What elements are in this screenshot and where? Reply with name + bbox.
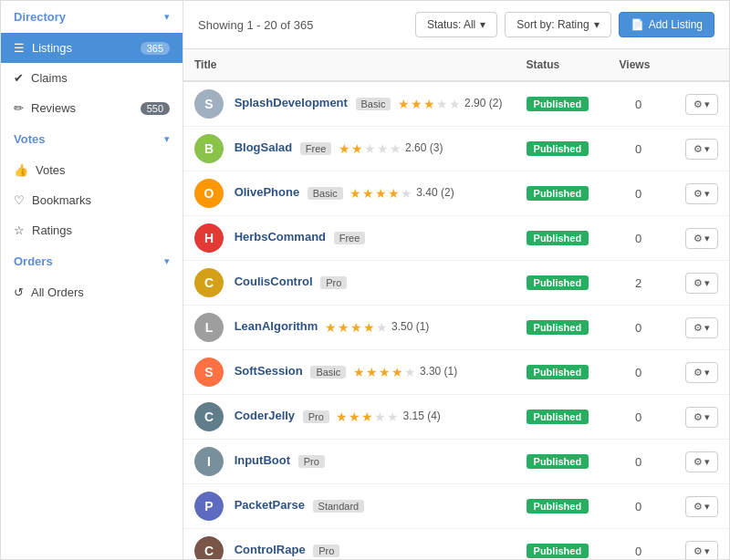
listing-action-button[interactable]: ⚙ ▾ bbox=[685, 541, 718, 560]
listing-name[interactable]: CoulisControl bbox=[235, 275, 313, 288]
star-half-icon: ★ bbox=[388, 186, 400, 201]
listing-name[interactable]: CoderJelly bbox=[235, 409, 295, 422]
listing-title-cell: B BlogSalad Free ★★★★★2.60 (3) bbox=[183, 127, 516, 171]
listing-tag: Pro bbox=[320, 276, 347, 289]
listing-stars: ★★★★★ bbox=[325, 320, 388, 335]
sidebar-item-votes[interactable]: 👍 Votes bbox=[1, 155, 182, 185]
status-badge: Published bbox=[527, 320, 589, 335]
listing-action-button[interactable]: ⚙ ▾ bbox=[685, 183, 718, 204]
avatar: H bbox=[194, 223, 224, 253]
gear-icon: ⚙ bbox=[694, 545, 703, 557]
listing-action-cell: ⚙ ▾ bbox=[669, 350, 729, 395]
listing-rating: 3.50 (1) bbox=[391, 320, 429, 333]
sidebar-item-all-orders[interactable]: ↺ All Orders bbox=[1, 277, 182, 307]
star-empty-icon: ★ bbox=[376, 320, 388, 335]
listing-name[interactable]: BlogSalad bbox=[235, 140, 293, 154]
listing-name[interactable]: HerbsCommand bbox=[235, 230, 326, 244]
listing-name[interactable]: InputBoot bbox=[235, 453, 290, 467]
listing-avatar: C bbox=[194, 536, 224, 559]
listing-status-cell: Published bbox=[516, 529, 609, 560]
listing-views-cell: 0 bbox=[609, 395, 669, 440]
status-badge: Published bbox=[527, 410, 589, 424]
status-badge: Published bbox=[527, 275, 589, 290]
listing-action-button[interactable]: ⚙ ▾ bbox=[685, 139, 718, 160]
listing-action-button[interactable]: ⚙ ▾ bbox=[685, 317, 718, 338]
listing-title-cell: P PacketParse Standard bbox=[183, 484, 516, 529]
star-full-icon: ★ bbox=[423, 97, 435, 111]
sidebar-item-bookmarks[interactable]: ♡ Bookmarks bbox=[1, 185, 182, 215]
gear-icon: ⚙ bbox=[694, 367, 703, 379]
add-listing-icon: 📄 bbox=[631, 18, 644, 31]
sidebar-item-reviews[interactable]: ✏ Reviews 550 bbox=[1, 93, 182, 123]
star-full-icon: ★ bbox=[353, 365, 365, 379]
listing-tag: Free bbox=[300, 142, 332, 155]
listing-tag: Free bbox=[334, 232, 366, 244]
sidebar-item-ratings-label: Ratings bbox=[32, 223, 72, 237]
listing-tag: Pro bbox=[298, 455, 325, 468]
listing-status-cell: Published bbox=[516, 127, 609, 171]
sidebar-item-claims[interactable]: ✔ Claims bbox=[1, 63, 182, 93]
listing-stars: ★★★★★ bbox=[349, 186, 412, 201]
status-badge: Published bbox=[527, 544, 589, 558]
listing-stars: ★★★★★ bbox=[353, 365, 416, 379]
sidebar-directory-header[interactable]: Directory ▾ bbox=[1, 1, 182, 33]
chevron-down-icon-action: ▾ bbox=[704, 143, 710, 155]
sidebar-votes-header[interactable]: Votes ▾ bbox=[1, 123, 182, 155]
sort-button[interactable]: Sort by: Rating ▾ bbox=[505, 12, 610, 37]
listing-action-button[interactable]: ⚙ ▾ bbox=[685, 273, 718, 294]
main-content: Showing 1 - 20 of 365 Status: All ▾ Sort… bbox=[183, 1, 729, 559]
avatar: B bbox=[194, 134, 224, 163]
listing-name[interactable]: LeanAlgorithm bbox=[235, 319, 318, 333]
star-full-icon: ★ bbox=[350, 320, 362, 335]
listing-action-button[interactable]: ⚙ ▾ bbox=[685, 496, 718, 517]
star-full-icon: ★ bbox=[375, 186, 387, 201]
star-full-icon: ★ bbox=[351, 141, 363, 156]
star-full-icon: ★ bbox=[366, 365, 378, 379]
listing-name[interactable]: ControlRape bbox=[235, 543, 306, 556]
sidebar-item-listings[interactable]: ☰ Listings 365 bbox=[1, 33, 182, 63]
listing-name[interactable]: PacketParse bbox=[235, 498, 305, 512]
listing-action-cell: ⚙ ▾ bbox=[669, 440, 729, 484]
avatar: C bbox=[194, 402, 224, 431]
star-empty-icon: ★ bbox=[377, 141, 389, 156]
listing-status-cell: Published bbox=[516, 216, 609, 261]
listing-action-button[interactable]: ⚙ ▾ bbox=[685, 407, 718, 428]
sidebar-orders-header[interactable]: Orders ▾ bbox=[1, 245, 182, 277]
status-badge: Published bbox=[527, 186, 589, 201]
listing-action-button[interactable]: ⚙ ▾ bbox=[685, 362, 718, 383]
sidebar-item-votes-label: Votes bbox=[36, 163, 66, 177]
listing-action-button[interactable]: ⚙ ▾ bbox=[685, 451, 718, 472]
listing-avatar: C bbox=[194, 402, 224, 431]
listing-title-cell: C CoulisControl Pro bbox=[183, 261, 516, 306]
listing-action-button[interactable]: ⚙ ▾ bbox=[685, 228, 718, 249]
listing-views-cell: 0 bbox=[609, 440, 669, 484]
chevron-down-icon-orders: ▾ bbox=[164, 255, 170, 267]
status-badge: Published bbox=[527, 454, 589, 469]
sidebar-item-all-orders-label: All Orders bbox=[31, 285, 84, 299]
listing-views-cell: 2 bbox=[609, 261, 669, 306]
star-half-icon: ★ bbox=[361, 410, 373, 424]
sidebar-item-claims-label: Claims bbox=[31, 71, 68, 85]
listing-name[interactable]: SoftSession bbox=[235, 364, 303, 378]
gear-icon: ⚙ bbox=[694, 99, 703, 110]
listing-tag: Pro bbox=[303, 410, 329, 423]
listing-views-cell: 0 bbox=[609, 81, 669, 127]
listing-action-cell: ⚙ ▾ bbox=[669, 216, 729, 261]
listing-name[interactable]: SplashDevelopment bbox=[235, 96, 348, 109]
chevron-down-icon-sort: ▾ bbox=[594, 18, 600, 31]
listing-tag: Standard bbox=[313, 500, 365, 513]
star-full-icon: ★ bbox=[338, 320, 349, 335]
votes-icon: 👍 bbox=[14, 163, 28, 177]
listing-avatar: I bbox=[194, 447, 224, 476]
status-filter-button[interactable]: Status: All ▾ bbox=[415, 12, 497, 37]
sidebar-votes-label: Votes bbox=[14, 132, 45, 146]
table-row: I InputBoot Pro Published 0 ⚙ ▾ bbox=[183, 440, 729, 484]
sidebar-item-ratings[interactable]: ☆ Ratings bbox=[1, 215, 182, 245]
listing-action-button[interactable]: ⚙ ▾ bbox=[685, 94, 718, 115]
sidebar-item-reviews-label: Reviews bbox=[31, 101, 76, 115]
add-listing-button[interactable]: 📄 Add Listing bbox=[619, 12, 714, 37]
gear-icon: ⚙ bbox=[694, 501, 703, 513]
listing-stars: ★★★★★ bbox=[339, 141, 402, 156]
reviews-icon: ✏ bbox=[14, 101, 24, 115]
listing-name[interactable]: OlivePhone bbox=[235, 185, 300, 199]
